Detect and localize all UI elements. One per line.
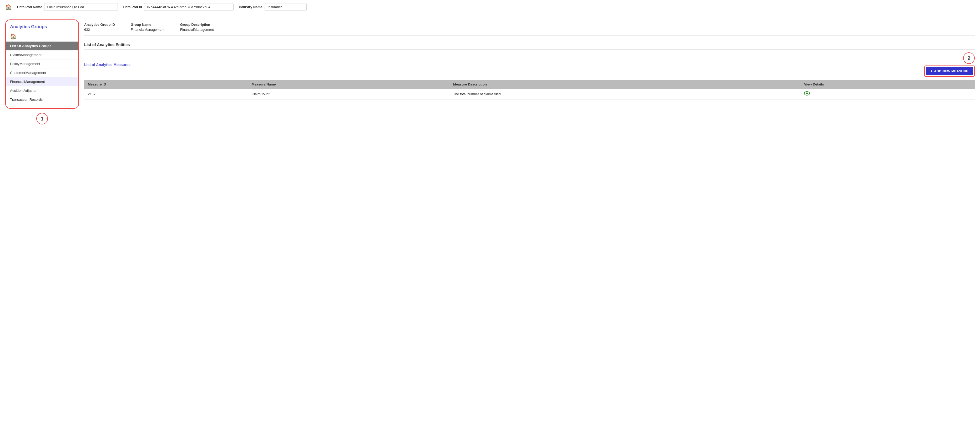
- home-icon[interactable]: 🏠: [5, 4, 12, 10]
- sidebar-item-transaction[interactable]: Transaction Records: [6, 95, 78, 104]
- view-details-cell: [800, 89, 975, 100]
- col-measure-description: Measure Description: [450, 80, 800, 89]
- view-details-eye-icon[interactable]: [804, 91, 810, 97]
- measures-table-header-row: Measure ID Measure Name Measure Descript…: [84, 80, 975, 89]
- data-pod-id-label: Data Pod Id: [123, 5, 142, 9]
- analytics-group-id-col: Analytics Group ID 632: [84, 22, 115, 32]
- data-pod-id-input[interactable]: [144, 3, 234, 11]
- annotation-1-circle: 1: [36, 113, 48, 124]
- group-name-value: FinancialManagement: [131, 28, 164, 32]
- add-measure-wrapper: + ADD NEW MEASURE: [924, 65, 975, 77]
- measure-id-cell: 2157: [84, 89, 248, 100]
- measure-name-cell: ClaimCount: [248, 89, 450, 100]
- measures-table: Measure ID Measure Name Measure Descript…: [84, 80, 975, 100]
- sidebar-item-customer[interactable]: CustomerManagement: [6, 69, 78, 77]
- sidebar-item-claims[interactable]: ClaimsManagement: [6, 51, 78, 59]
- group-description-label: Group Description: [180, 22, 214, 27]
- add-measure-label: ADD NEW MEASURE: [934, 69, 969, 73]
- data-pod-name-input[interactable]: [44, 3, 118, 11]
- col-measure-id: Measure ID: [84, 80, 248, 89]
- sidebar-item-financial[interactable]: FinancialManagement: [6, 77, 78, 86]
- industry-name-label: Industry Name: [239, 5, 262, 9]
- measures-title[interactable]: List of Analytics Measures: [84, 63, 130, 67]
- add-new-measure-button[interactable]: + ADD NEW MEASURE: [926, 67, 973, 75]
- sidebar-item-policy[interactable]: PolicyManagement: [6, 59, 78, 69]
- data-pod-name-label: Data Pod Name: [17, 5, 42, 9]
- group-name-label: Group Name: [131, 22, 164, 27]
- analytics-group-id-label: Analytics Group ID: [84, 22, 115, 27]
- add-measure-plus-icon: +: [931, 69, 933, 73]
- industry-name-field: Industry Name: [239, 3, 307, 11]
- header-bar: 🏠 Data Pod Name Data Pod Id Industry Nam…: [0, 0, 980, 14]
- col-view-details: View Details: [800, 80, 975, 89]
- annotation-circle-1: 1: [36, 113, 48, 124]
- annotation-circle-2: 2: [963, 53, 975, 64]
- entities-section-title: List of Analytics Entities: [84, 40, 975, 50]
- analytics-groups-sidebar: Analytics Groups 🏠 List Of Analytics Gro…: [5, 19, 79, 108]
- group-info-row: Analytics Group ID 632 Group Name Financ…: [84, 19, 975, 35]
- industry-name-input[interactable]: [265, 3, 307, 11]
- content-area: Analytics Group ID 632 Group Name Financ…: [84, 19, 975, 100]
- group-name-col: Group Name FinancialManagement: [131, 22, 164, 32]
- sidebar-item-list-header[interactable]: List Of Analytics Groups: [6, 41, 78, 51]
- group-description-value: FinancialManagement: [180, 28, 214, 32]
- measure-description-cell: The total number of claims filed: [450, 89, 800, 100]
- sidebar-home-icon[interactable]: 🏠: [6, 32, 78, 41]
- annotation-2-wrapper: 2 + ADD NEW MEASURE: [924, 53, 975, 77]
- measures-section: List of Analytics Measures 2 + ADD NEW M…: [84, 50, 975, 100]
- analytics-group-id-value: 632: [84, 28, 115, 32]
- sidebar-item-accident[interactable]: AccidentAdjuster: [6, 86, 78, 95]
- sidebar-title: Analytics Groups: [6, 24, 78, 32]
- group-description-col: Group Description FinancialManagement: [180, 22, 214, 32]
- svg-point-1: [806, 92, 808, 94]
- measures-header-row: List of Analytics Measures 2 + ADD NEW M…: [84, 50, 975, 78]
- data-pod-id-field: Data Pod Id: [123, 3, 234, 11]
- sidebar-wrapper: Analytics Groups 🏠 List Of Analytics Gro…: [5, 19, 79, 108]
- data-pod-name-field: Data Pod Name: [17, 3, 118, 11]
- main-layout: Analytics Groups 🏠 List Of Analytics Gro…: [0, 14, 980, 132]
- table-row: 2157 ClaimCount The total number of clai…: [84, 89, 975, 100]
- col-measure-name: Measure Name: [248, 80, 450, 89]
